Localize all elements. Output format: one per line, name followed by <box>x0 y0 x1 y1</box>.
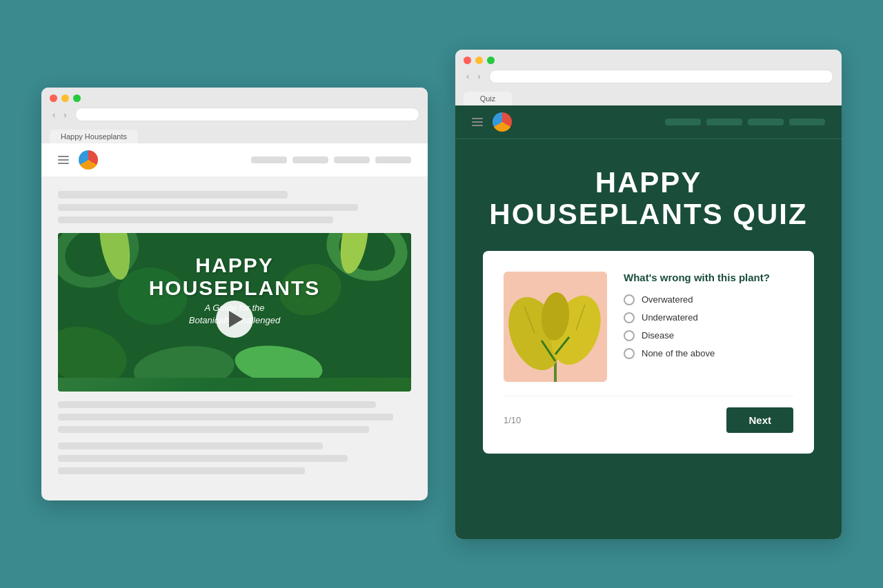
quiz-progress: 1/10 <box>504 415 521 425</box>
body-line-1 <box>58 401 376 408</box>
quiz-card-inner: What's wrong with this plant? Overwatere… <box>504 272 793 382</box>
next-button[interactable]: Next <box>726 407 793 433</box>
nav-item-4[interactable] <box>375 156 411 163</box>
option-label-disease: Disease <box>642 330 674 341</box>
maximize-button-right[interactable] <box>487 57 495 64</box>
body-line-5 <box>58 455 348 462</box>
option-none[interactable]: None of the above <box>624 348 793 359</box>
quiz-question: What's wrong with this plant? <box>624 272 793 283</box>
forward-button[interactable]: › <box>61 108 69 121</box>
option-underwatered[interactable]: Underwatered <box>624 312 793 323</box>
quiz-footer: 1/10 Next <box>504 396 793 433</box>
radio-underwatered[interactable] <box>624 312 635 323</box>
video-thumbnail[interactable]: HAPPY HOUSEPLANTS A Guide for theBotanic… <box>58 233 411 392</box>
site-navigation <box>41 143 428 177</box>
nav-item-r4[interactable] <box>789 119 825 125</box>
body-line-4 <box>58 443 323 449</box>
quiz-title: HAPPY HOUSEPLANTS QUIZ <box>489 167 807 230</box>
video-title-line2: HOUSEPLANTS <box>149 276 321 299</box>
option-label-overwatered: Overwatered <box>642 294 693 305</box>
active-tab-right[interactable]: Quiz <box>464 92 512 105</box>
nav-items-right <box>665 119 825 125</box>
nav-item-r3[interactable] <box>748 119 784 125</box>
window-controls-right <box>464 57 833 64</box>
close-button-right[interactable] <box>464 57 471 64</box>
forward-button-right[interactable]: › <box>475 70 483 83</box>
left-browser-chrome: ‹ › Happy Houseplants <box>41 88 428 143</box>
site-logo-icon-right <box>493 112 512 132</box>
body-line-2 <box>58 414 393 420</box>
quiz-title-line1: HAPPY <box>595 166 702 199</box>
option-disease[interactable]: Disease <box>624 330 793 341</box>
close-button[interactable] <box>50 94 57 102</box>
body-line-6 <box>58 467 305 474</box>
play-button[interactable] <box>216 301 253 338</box>
quiz-right-panel: What's wrong with this plant? Overwatere… <box>624 272 793 382</box>
option-overwatered[interactable]: Overwatered <box>624 294 793 305</box>
site-logo-icon <box>79 150 98 170</box>
minimize-button[interactable] <box>61 94 69 102</box>
nav-item-1[interactable] <box>251 156 287 163</box>
nav-items <box>251 156 411 163</box>
body-line-3 <box>58 426 369 433</box>
quiz-title-line2: HOUSEPLANTS QUIZ <box>489 198 807 230</box>
back-button-right[interactable]: ‹ <box>464 70 472 83</box>
window-controls <box>50 94 419 102</box>
nav-item-2[interactable] <box>292 156 328 163</box>
plant-image <box>504 272 607 382</box>
address-bar[interactable] <box>75 108 419 121</box>
post-video-text <box>58 401 411 433</box>
plant-illustration-svg <box>504 272 607 382</box>
option-label-underwatered: Underwatered <box>642 312 698 323</box>
heading-placeholder <box>58 191 288 199</box>
site-navigation-right <box>455 105 842 139</box>
article-content: HAPPY HOUSEPLANTS A Guide for theBotanic… <box>41 177 428 500</box>
nav-item-3[interactable] <box>334 156 370 163</box>
hamburger-menu-icon[interactable] <box>58 156 69 164</box>
nav-item-r2[interactable] <box>706 119 742 125</box>
hamburger-menu-icon-right[interactable] <box>472 118 483 126</box>
option-label-none: None of the above <box>642 348 715 358</box>
right-browser-chrome: ‹ › Quiz <box>455 50 842 105</box>
post-video-text-2 <box>58 443 411 474</box>
nav-item-r1[interactable] <box>665 119 701 125</box>
quiz-content: HAPPY HOUSEPLANTS QUIZ <box>455 139 842 539</box>
left-browser-window: ‹ › Happy Houseplants <box>41 88 428 500</box>
active-tab[interactable]: Happy Houseplants <box>50 130 138 143</box>
browser-nav-buttons: ‹ › <box>50 108 70 121</box>
maximize-button[interactable] <box>73 94 81 102</box>
right-browser-window: ‹ › Quiz HAPPY HOUSEPLANTS QUIZ <box>455 50 842 539</box>
text-line-1 <box>58 204 358 211</box>
video-title-line1: HAPPY <box>195 254 273 276</box>
minimize-button-right[interactable] <box>475 57 483 64</box>
quiz-card: What's wrong with this plant? Overwatere… <box>483 251 814 454</box>
back-button[interactable]: ‹ <box>50 108 58 121</box>
address-bar-right[interactable] <box>489 70 833 83</box>
radio-disease[interactable] <box>624 330 635 341</box>
pre-video-text <box>58 191 411 223</box>
browser-nav-buttons-right: ‹ › <box>464 70 484 83</box>
radio-none[interactable] <box>624 348 635 359</box>
radio-overwatered[interactable] <box>624 294 635 305</box>
tab-bar-right: Quiz <box>464 92 833 105</box>
tab-bar: Happy Houseplants <box>50 130 419 143</box>
text-line-2 <box>58 216 333 223</box>
